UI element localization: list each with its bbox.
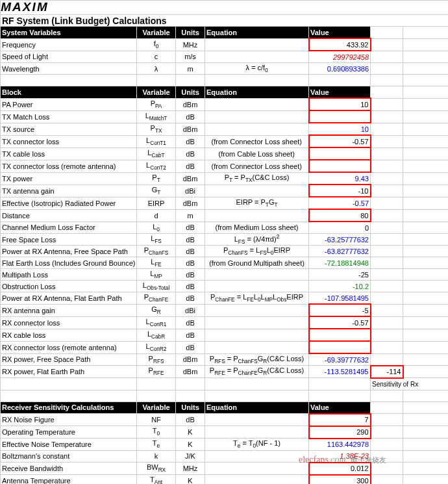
row-value [309,160,371,172]
row-equation [205,51,309,63]
row-label: Obstruction Loss [1,281,137,292]
table-row: Frequencyf0MHz433.92 [1,38,449,51]
row-units: m [176,209,205,222]
row-variable: NF [137,414,176,426]
row-value: 0.690893386 [309,63,371,75]
row-label: Antenna Temperature [1,475,137,485]
col-header-variable: Variable [137,27,176,39]
row-value: -10 [309,185,371,197]
row-variable: LObs-Total [137,281,176,292]
row-value: -107.9581495 [309,292,371,305]
row-units: MHz [176,38,205,51]
row-units: dBm [176,98,205,110]
row-value [309,329,371,341]
col-header-variable: Variable [137,401,176,414]
row-value: -72.18814948 [309,257,371,269]
row-units: dB [176,246,205,257]
col-header-units: Units [176,86,205,99]
row-equation [205,185,309,197]
row-variable: LConR2 [137,341,176,353]
row-variable: c [137,51,176,63]
row-value: -10.2 [309,281,371,292]
row-variable: LConT1 [137,135,176,147]
row-value: 1163.442978 [309,439,371,451]
col-header-equation: Equation [205,401,309,414]
row-units: dBm [176,366,205,378]
section-header: Receiver Sensitivity Calculations [1,401,137,414]
row-value: 433.92 [309,38,371,51]
row-units: K [176,475,205,485]
row-units: dB [176,160,205,172]
row-label: TX power [1,172,137,185]
row-units: dB [176,414,205,426]
table-row: TX sourcePTXdBm10 [1,123,449,135]
row-equation [205,426,309,439]
row-value [309,341,371,353]
row-units: dB [176,281,205,292]
table-row: TX cable lossLCabTdB(from Cable Loss she… [1,147,449,160]
row-value: -113.5281495 [309,366,371,378]
row-units: dB [176,135,205,147]
table-row: Speed of Lightcm/s299792458 [1,51,449,63]
row-value: -63.25777632 [309,234,371,246]
col-header-units: Units [176,27,205,39]
row-variable: LFS [137,234,176,246]
row-label: RX power, Free Space Path [1,353,137,366]
row-equation: PRFE = PChanFEGR(C&C Loss) [205,366,309,378]
table-row: RX connector lossLConR1dB-0.57 [1,316,449,329]
row-equation [205,38,309,51]
row-units: m/s [176,51,205,63]
row-label: RX power, Flat Earth Path [1,366,137,378]
table-row: Power at RX Antenna, Free Space PathPCha… [1,246,449,257]
row-variable: LMatchT [137,110,176,123]
table-row: Distancedm80 [1,209,449,222]
row-label: Power at RX Antenna, Free Space Path [1,246,137,257]
row-equation [205,269,309,281]
table-row: RX power, Flat Earth PathPRFEdBmPRFE = P… [1,366,449,378]
row-units: dB [176,292,205,305]
row-equation: λ = c/f0 [205,63,309,75]
row-variable: PPA [137,98,176,110]
row-equation [205,110,309,123]
row-value: 9.43 [309,172,371,185]
row-units: dB [176,147,205,160]
row-variable: PT [137,172,176,185]
row-label: Receive Bandwidth [1,463,137,475]
side-label: Sensitivity of Rx [371,378,449,390]
row-label: Operating Temperature [1,426,137,439]
row-value: 0.012 [309,463,371,475]
table-row: Wavelengthλmλ = c/f00.690893386 [1,63,449,75]
row-value: -63.82777632 [309,246,371,257]
row-variable: f0 [137,38,176,51]
row-equation: (from Connector Loss sheet) [205,160,309,172]
row-value [309,147,371,160]
row-units: dBm [176,353,205,366]
row-units: dBi [176,304,205,316]
row-variable: PRFE [137,366,176,378]
row-equation [205,475,309,485]
row-label: RX connector loss [1,316,137,329]
table-row: RX power, Free Space PathPRFSdBmPRFS = P… [1,353,449,366]
table-row: Channel Medium Loss FactorL0dB(from Medi… [1,222,449,234]
row-label: RX Noise Figure [1,414,137,426]
row-label: Channel Medium Loss Factor [1,222,137,234]
row-variable: PChanFE [137,292,176,305]
row-variable: PChanFS [137,246,176,257]
row-equation [205,450,309,463]
table-row: Power at RX Antenna, Flat Earth PathPCha… [1,292,449,305]
table-row: TX Match LossLMatchTdB [1,110,449,123]
row-value: 7 [309,414,371,426]
row-units: dBm [176,172,205,185]
col-header-value: Value [309,401,371,414]
row-label: TX connector loss (remote antenna) [1,160,137,172]
row-label: Multipath Loss [1,269,137,281]
row-equation [205,281,309,292]
row-label: Power at RX Antenna, Flat Earth Path [1,292,137,305]
row-variable: GR [137,304,176,316]
table-row: Operating TemperatureT0K290 [1,426,449,439]
table-row: TX antenna gainGTdBi-10 [1,185,449,197]
col-header-equation: Equation [205,86,309,99]
row-units: dB [176,110,205,123]
row-value: -0.57 [309,135,371,147]
row-equation: PT = PTX(C&C Loss) [205,172,309,185]
